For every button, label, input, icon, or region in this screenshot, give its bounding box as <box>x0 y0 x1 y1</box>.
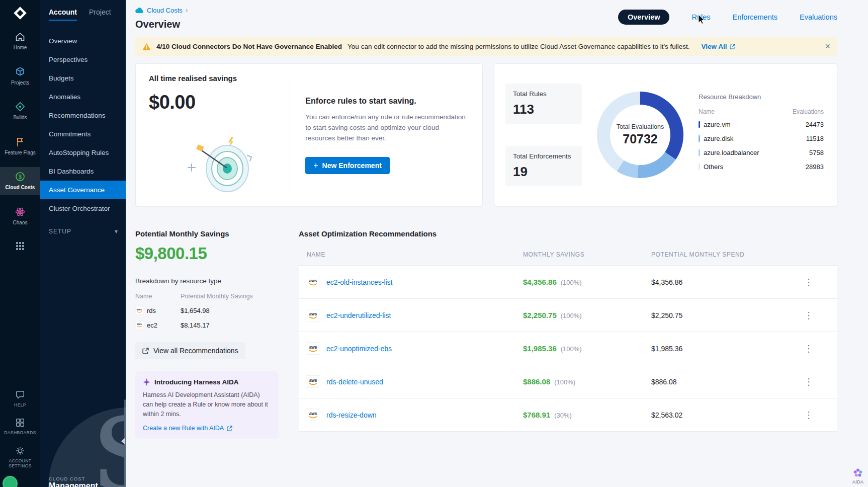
sidebar-item-autostopping-rules[interactable]: AutoStopping Rules <box>40 143 126 162</box>
dartboard-illustration <box>152 135 290 197</box>
kebab-menu-icon[interactable]: ⋮ <box>802 277 815 288</box>
tab-evaluations[interactable]: Evaluations <box>800 13 837 21</box>
aida-badge-label: AIDA <box>852 479 863 484</box>
dollar-watermark: $ <box>48 408 126 487</box>
sidebar-item-overview[interactable]: Overview <box>40 32 126 50</box>
tab-enforcements[interactable]: Enforcements <box>733 13 777 21</box>
monthly-savings-value: $2,250.75 <box>523 311 557 319</box>
warning-icon <box>142 43 151 50</box>
summary-cards-row: All time realised savings $0.00 <box>135 63 837 206</box>
recommendation-link[interactable]: ec2-old-instances-list <box>326 278 393 286</box>
breadcrumb-separator: › <box>186 6 188 14</box>
total-rules-stat: Total Rules 113 <box>505 84 582 124</box>
tab-overview[interactable]: Overview <box>618 10 670 25</box>
lower-section: Potential Monthly Savings $9,800.15 Brea… <box>135 229 837 439</box>
rail-item-cloud-costs[interactable]: $ Cloud Costs <box>0 167 40 195</box>
dashboards-button[interactable]: DASHBOARDS <box>3 415 38 439</box>
legend-value: 24473 <box>806 121 824 128</box>
aida-title: Introducing Harness AIDA <box>154 378 239 386</box>
aida-create-rule-link[interactable]: Create a new Rule with AIDA <box>143 425 271 432</box>
svg-text:aws: aws <box>137 308 142 311</box>
tab-account[interactable]: Account <box>49 8 77 21</box>
sidebar-setup-toggle[interactable]: SETUP ▾ <box>40 228 126 235</box>
kebab-menu-icon[interactable]: ⋮ <box>802 410 815 421</box>
col-monthly-savings: MONTHLY SAVINGS <box>523 251 651 258</box>
sidebar-item-asset-governance[interactable]: Asset Governance <box>40 181 126 199</box>
banner-view-all-link[interactable]: View All <box>702 43 735 50</box>
aida-flower-icon <box>853 468 863 478</box>
recommendation-link[interactable]: ec2-underutilized-list <box>326 311 391 319</box>
donut-value: 70732 <box>623 132 658 146</box>
monthly-spend-value: $886.08 <box>651 378 802 386</box>
sidebar-item-commitments[interactable]: Commitments <box>40 125 126 143</box>
resource-savings: $1,654.98 <box>181 307 210 314</box>
enforce-cta-title: Enforce rules to start saving. <box>305 97 469 106</box>
breakdown-label: Breakdown by resource type <box>135 277 279 285</box>
legend-row: azure.vm 24473 <box>699 121 824 128</box>
recommendation-link[interactable]: rds-delete-unused <box>326 378 383 386</box>
close-icon[interactable]: × <box>825 42 830 51</box>
external-link-icon <box>142 348 149 354</box>
tab-rules[interactable]: Rules <box>691 13 710 21</box>
total-enforcements-label: Total Enforcements <box>513 152 574 160</box>
aida-assistant-badge[interactable]: AIDA <box>852 468 863 484</box>
kebab-menu-icon[interactable]: ⋮ <box>802 310 815 321</box>
account-settings-button[interactable]: ACCOUNT SETTINGS <box>3 443 38 472</box>
sidebar-item-cluster-orchestrator[interactable]: Cluster Orchestrator <box>40 199 126 218</box>
help-button[interactable]: HELP <box>3 387 38 411</box>
kebab-menu-icon[interactable]: ⋮ <box>802 376 815 387</box>
rail-item-projects[interactable]: Projects <box>0 62 40 91</box>
all-time-savings-card: All time realised savings $0.00 <box>135 63 483 206</box>
legend-swatch <box>699 121 700 128</box>
svg-text:aws: aws <box>309 411 317 416</box>
rail-item-label: Cloud Costs <box>6 185 35 191</box>
sidebar-item-bi-dashboards[interactable]: BI Dashboards <box>40 162 126 181</box>
module-eyebrow: CLOUD COST <box>49 476 98 481</box>
kebab-menu-icon[interactable]: ⋮ <box>802 343 815 354</box>
sidebar-item-budgets[interactable]: Budgets <box>40 69 126 88</box>
col-name: Name <box>699 108 715 115</box>
user-avatar[interactable] <box>3 476 18 487</box>
sidebar: Account Project Overview Perspectives Bu… <box>40 0 126 487</box>
legend-name: azure.vm <box>704 121 730 128</box>
recommendation-link[interactable]: ec2-unoptimized-ebs <box>326 345 392 353</box>
rail-item-label: Home <box>14 45 27 51</box>
gear-icon <box>15 446 25 456</box>
main-content: Cloud Costs › Overview Overview Rules En… <box>126 0 868 487</box>
monthly-spend-value: $2,250.75 <box>651 311 802 319</box>
resource-savings: $8,145.17 <box>181 321 210 329</box>
rail-item-label: Chaos <box>13 220 28 226</box>
grid-icon <box>15 241 25 251</box>
sidebar-item-perspectives[interactable]: Perspectives <box>40 50 126 69</box>
recommendations-table: aws ec2-old-instances-list $4,356.86(100… <box>299 265 837 432</box>
rail-item-home[interactable]: Home <box>0 27 40 55</box>
sidebar-item-anomalies[interactable]: Anomalies <box>40 88 126 106</box>
tab-project[interactable]: Project <box>89 8 111 21</box>
recommendation-link[interactable]: rds-resize-down <box>326 411 377 419</box>
table-row: aws ec2-old-instances-list $4,356.86(100… <box>299 266 837 299</box>
rail-item-feature-flags[interactable]: Feature Flags <box>0 132 40 160</box>
app-window: Home Projects Builds Feature Flags $ Clo… <box>0 0 868 487</box>
projects-icon <box>15 66 26 77</box>
aws-icon: aws <box>135 321 143 329</box>
rail-item-chaos[interactable]: Chaos <box>0 202 40 230</box>
aida-promo-card: Introducing Harness AIDA Harness AI Deve… <box>135 371 279 439</box>
new-enforcement-button[interactable]: + New Enforcement <box>305 157 390 174</box>
aida-body: Harness AI Development Assistant (AIDA) … <box>143 390 271 419</box>
aws-icon: aws <box>307 342 319 355</box>
breadcrumb[interactable]: Cloud Costs › <box>135 6 188 14</box>
legend-row: Others 28983 <box>699 163 824 171</box>
sidebar-collapse-button[interactable] <box>121 438 125 445</box>
stat-boxes: Total Rules 113 Total Enforcements 19 <box>505 84 582 186</box>
monthly-spend-value: $1,985.36 <box>651 345 802 353</box>
view-all-recommendations-button[interactable]: View all Recommendations <box>135 342 245 359</box>
savings-label: All time realised savings <box>149 74 290 83</box>
rail-item-builds[interactable]: Builds <box>0 97 40 125</box>
potential-savings-value: $9,800.15 <box>135 244 279 263</box>
module-picker-button[interactable] <box>0 237 40 255</box>
monthly-spend-value: $4,356.86 <box>651 278 802 286</box>
chevron-down-icon: ▾ <box>115 228 118 235</box>
sidebar-item-recommendations[interactable]: Recommendations <box>40 106 126 125</box>
page-title: Overview <box>135 19 188 30</box>
breadcrumb-label[interactable]: Cloud Costs <box>147 7 183 14</box>
